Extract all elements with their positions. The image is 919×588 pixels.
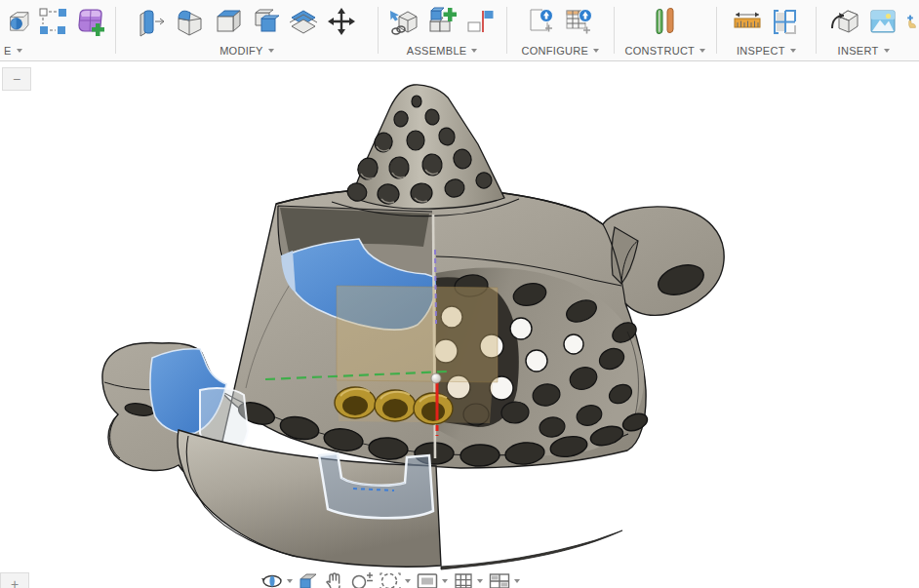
chevron-down-icon bbox=[477, 579, 483, 583]
toolbar-separator bbox=[716, 7, 717, 54]
navigation-bar bbox=[260, 570, 521, 588]
zoom-button[interactable] bbox=[349, 570, 375, 588]
construct-dropdown[interactable]: CONSTRUCT bbox=[624, 43, 705, 59]
toolbar-group-configure: CONFIGURE bbox=[510, 0, 611, 60]
interference-icon[interactable] bbox=[769, 4, 802, 39]
insert-label: INSERT bbox=[838, 45, 879, 57]
orbit-button[interactable] bbox=[260, 570, 294, 588]
model-perforated-cone[interactable] bbox=[332, 85, 519, 216]
create-dropdown[interactable]: E bbox=[0, 43, 22, 59]
new-component-icon[interactable] bbox=[387, 4, 420, 39]
inspect-dropdown[interactable]: INSPECT bbox=[737, 43, 796, 59]
toolbar-separator bbox=[614, 7, 615, 54]
combine-icon[interactable] bbox=[249, 4, 282, 39]
browser-collapse-button[interactable]: − bbox=[2, 67, 31, 91]
assemble-dropdown[interactable]: ASSEMBLE bbox=[407, 43, 478, 59]
create-form-icon[interactable] bbox=[74, 4, 107, 39]
toolbar: E bbox=[0, 0, 919, 61]
shell-icon[interactable] bbox=[211, 4, 244, 39]
chevron-down-icon bbox=[790, 49, 796, 53]
create-label: E bbox=[4, 45, 12, 57]
toolbar-separator bbox=[115, 7, 116, 54]
toolbar-group-create: E bbox=[0, 0, 112, 60]
configure-label: CONFIGURE bbox=[521, 45, 588, 57]
joint-origin-icon[interactable] bbox=[463, 4, 497, 39]
chevron-down-icon bbox=[405, 579, 411, 583]
select-icon[interactable] bbox=[907, 4, 919, 39]
fusion-app-window: E bbox=[0, 0, 919, 588]
toolbar-group-assemble: ASSEMBLE bbox=[381, 0, 503, 60]
origin-point[interactable] bbox=[431, 373, 441, 383]
chevron-down-icon bbox=[442, 579, 448, 583]
split-body-icon[interactable] bbox=[287, 4, 320, 39]
canvas-icon[interactable] bbox=[866, 4, 899, 39]
model-3d[interactable] bbox=[0, 0, 919, 588]
chevron-down-icon bbox=[471, 49, 477, 53]
modify-label: MODIFY bbox=[220, 45, 263, 57]
pan-button[interactable] bbox=[323, 570, 346, 588]
selection-box[interactable] bbox=[337, 286, 498, 382]
timeline-expand-button[interactable]: + bbox=[0, 572, 29, 588]
revolve-icon[interactable] bbox=[6, 4, 31, 39]
toolbar-separator bbox=[378, 7, 379, 54]
rectangular-pattern-icon[interactable] bbox=[36, 4, 69, 39]
toolbar-group-inspect: INSPECT bbox=[720, 0, 814, 60]
chevron-down-icon bbox=[699, 49, 705, 53]
measure-icon[interactable] bbox=[731, 4, 764, 39]
chevron-down-icon bbox=[514, 579, 520, 583]
press-pull-icon[interactable] bbox=[135, 4, 168, 39]
chevron-down-icon bbox=[17, 49, 22, 53]
chevron-down-icon bbox=[287, 579, 293, 583]
fit-button[interactable] bbox=[378, 570, 412, 588]
viewport-canvas[interactable]: − + bbox=[0, 61, 919, 588]
display-settings-button[interactable] bbox=[415, 570, 449, 588]
inspect-label: INSPECT bbox=[737, 45, 785, 57]
construction-plane-icon[interactable] bbox=[649, 4, 682, 39]
configure-dropdown[interactable]: CONFIGURE bbox=[521, 43, 599, 59]
grid-snaps-button[interactable] bbox=[452, 570, 484, 588]
modify-dropdown[interactable]: MODIFY bbox=[220, 43, 274, 59]
toolbar-separator bbox=[816, 7, 817, 54]
viewports-button[interactable] bbox=[487, 570, 521, 588]
model-back-wall-edge[interactable] bbox=[441, 530, 622, 569]
create-component-icon[interactable] bbox=[425, 4, 459, 39]
derive-icon[interactable] bbox=[828, 4, 861, 39]
toolbar-separator bbox=[506, 7, 507, 54]
toolbar-group-select bbox=[907, 0, 919, 60]
selected-gold-holes[interactable] bbox=[335, 387, 453, 424]
construct-label: CONSTRUCT bbox=[624, 45, 695, 57]
configuration-table-icon[interactable] bbox=[563, 4, 596, 39]
toolbar-group-construct: CONSTRUCT bbox=[618, 0, 713, 60]
configuration-icon[interactable] bbox=[525, 4, 558, 39]
move-icon[interactable] bbox=[325, 4, 358, 39]
fillet-icon[interactable] bbox=[173, 4, 206, 39]
sketch-edge-purple[interactable] bbox=[435, 250, 436, 324]
chevron-down-icon bbox=[884, 49, 890, 53]
chevron-down-icon bbox=[593, 49, 599, 53]
look-at-button[interactable] bbox=[297, 570, 320, 588]
assemble-label: ASSEMBLE bbox=[407, 45, 467, 57]
toolbar-group-insert: INSERT bbox=[819, 0, 907, 60]
chevron-down-icon bbox=[268, 49, 274, 53]
insert-dropdown[interactable]: INSERT bbox=[838, 43, 890, 59]
toolbar-group-modify: MODIFY bbox=[119, 0, 375, 60]
